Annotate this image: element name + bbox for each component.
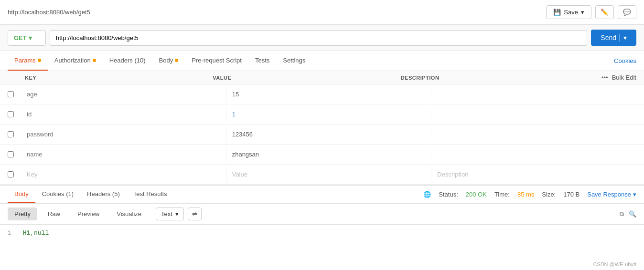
response-body: 1 Hi,null [0, 225, 644, 253]
save-button[interactable]: 💾 Save ▾ [546, 5, 591, 19]
table-row: id 1 [0, 104, 644, 125]
bottom-tab-headers[interactable]: Headers (5) [80, 186, 127, 203]
tab-settings[interactable]: Settings [276, 51, 312, 71]
param-value-id[interactable]: 1 [226, 107, 431, 122]
tab-headers[interactable]: Headers (10) [103, 51, 152, 71]
page-title: http://localhost:8080/web/get5 [8, 9, 90, 16]
params-dot [38, 59, 41, 62]
checkbox-password[interactable] [8, 131, 14, 137]
response-tabs-bar: Body Cookies (1) Headers (5) Test Result… [0, 185, 644, 204]
table-row: password 123456 [0, 125, 644, 145]
param-key-id[interactable]: id [25, 107, 226, 122]
word-wrap-button[interactable]: ⇌ [188, 208, 202, 220]
new-param-desc[interactable]: Description [431, 167, 636, 182]
globe-icon: 🌐 [423, 191, 431, 198]
text-format-chevron-icon: ▾ [175, 210, 179, 218]
params-table-area: KEY VALUE DESCRIPTION ••• Bulk Edit age … [0, 71, 644, 185]
search-icon[interactable]: 🔍 [629, 210, 636, 218]
table-row: name zhangsan [0, 145, 644, 165]
bottom-tab-headers-label: Headers (5) [87, 190, 120, 197]
send-label: Send [601, 34, 616, 42]
table-row: age 15 [0, 84, 644, 104]
comment-button[interactable]: 💬 [618, 5, 636, 19]
resp-tab-pretty[interactable]: Pretty [8, 208, 37, 220]
save-response-label: Save Response [587, 191, 631, 198]
save-chevron-icon: ▾ [581, 9, 584, 16]
comment-icon: 💬 [623, 9, 631, 16]
edit-icon: ✏️ [601, 9, 609, 16]
method-label: GET [14, 34, 27, 42]
row-checkbox-age[interactable] [8, 91, 25, 97]
watermark: CSDN @WE-ubytt [593, 261, 636, 267]
param-key-name[interactable]: name [25, 147, 226, 162]
new-param-key[interactable]: Key [25, 167, 226, 182]
row-checkbox-name[interactable] [8, 151, 25, 157]
param-desc-id[interactable] [431, 111, 636, 118]
bottom-tab-body[interactable]: Body [8, 186, 35, 203]
response-code: Hi,null [23, 229, 49, 237]
tab-tests[interactable]: Tests [248, 51, 276, 71]
save-response-button[interactable]: Save Response ▾ [587, 191, 636, 198]
bulk-edit-button[interactable]: Bulk Edit [612, 74, 636, 81]
tab-authorization[interactable]: Authorization [48, 51, 103, 71]
table-header: KEY VALUE DESCRIPTION ••• Bulk Edit [0, 71, 644, 84]
size-label: Size: [542, 191, 556, 198]
param-desc-password[interactable] [431, 131, 636, 138]
row-checkbox-id[interactable] [8, 111, 25, 117]
header-description: DESCRIPTION [401, 75, 589, 81]
row-checkbox-password[interactable] [8, 131, 25, 137]
tab-body[interactable]: Body [152, 51, 185, 71]
checkbox-id[interactable] [8, 111, 14, 117]
tab-params[interactable]: Params [8, 51, 48, 71]
method-select[interactable]: GET ▾ [8, 30, 46, 46]
save-label: Save [564, 9, 578, 16]
new-param-row: Key Value Description [0, 165, 644, 185]
param-key-password[interactable]: password [25, 127, 226, 142]
send-chevron-icon: ▾ [619, 34, 627, 42]
tab-prerequest-label: Pre-request Script [192, 57, 242, 64]
header-actions: ••• Bulk Edit [589, 74, 636, 81]
top-bar: http://localhost:8080/web/get5 💾 Save ▾ … [0, 0, 644, 25]
checkbox-new[interactable] [8, 171, 14, 177]
param-desc-name[interactable] [431, 151, 636, 158]
response-toolbar: Pretty Raw Preview Visualize Text ▾ ⇌ ⧉ … [0, 204, 644, 225]
send-button[interactable]: Send ▾ [591, 30, 636, 46]
resp-tab-visualize[interactable]: Visualize [110, 208, 148, 220]
authorization-dot [93, 59, 96, 62]
resp-tab-preview[interactable]: Preview [71, 208, 106, 220]
new-param-value[interactable]: Value [226, 167, 431, 182]
status-label: Status: [439, 191, 458, 198]
param-value-name[interactable]: zhangsan [226, 147, 431, 162]
param-value-age[interactable]: 15 [226, 87, 431, 102]
tab-headers-label: Headers (10) [109, 57, 146, 64]
checkbox-age[interactable] [8, 91, 14, 97]
resp-tab-raw[interactable]: Raw [41, 208, 67, 220]
param-key-age[interactable]: age [25, 87, 226, 102]
text-format-dropdown[interactable]: Text ▾ [156, 208, 184, 220]
resp-tab-pretty-label: Pretty [14, 210, 31, 218]
response-right-icons: ⧉ 🔍 [620, 210, 636, 218]
time-value: 85 ms [517, 191, 534, 198]
header-key: KEY [25, 75, 213, 81]
page-wrapper: http://localhost:8080/web/get5 💾 Save ▾ … [0, 0, 644, 270]
tab-body-label: Body [159, 57, 173, 64]
more-options-icon[interactable]: ••• [601, 74, 608, 81]
param-desc-age[interactable] [431, 91, 636, 98]
param-value-password[interactable]: 123456 [226, 127, 431, 142]
bottom-tab-cookies-label: Cookies (1) [42, 190, 74, 197]
wrap-icon-symbol: ⇌ [192, 210, 197, 218]
url-input[interactable] [50, 30, 587, 46]
copy-icon[interactable]: ⧉ [620, 210, 624, 218]
save-response-chevron-icon: ▾ [633, 191, 636, 198]
bottom-tab-test-results[interactable]: Test Results [127, 186, 174, 203]
edit-button[interactable]: ✏️ [595, 5, 614, 19]
bottom-tab-cookies[interactable]: Cookies (1) [35, 186, 80, 203]
url-bar: GET ▾ Send ▾ [0, 25, 644, 51]
tab-prerequest[interactable]: Pre-request Script [185, 51, 248, 71]
status-value: 200 OK [466, 191, 487, 198]
cookies-link[interactable]: Cookies [614, 57, 636, 64]
new-row-checkbox[interactable] [8, 171, 25, 177]
checkbox-name[interactable] [8, 151, 14, 157]
bottom-tab-test-results-label: Test Results [133, 190, 167, 197]
tab-tests-label: Tests [255, 57, 269, 64]
